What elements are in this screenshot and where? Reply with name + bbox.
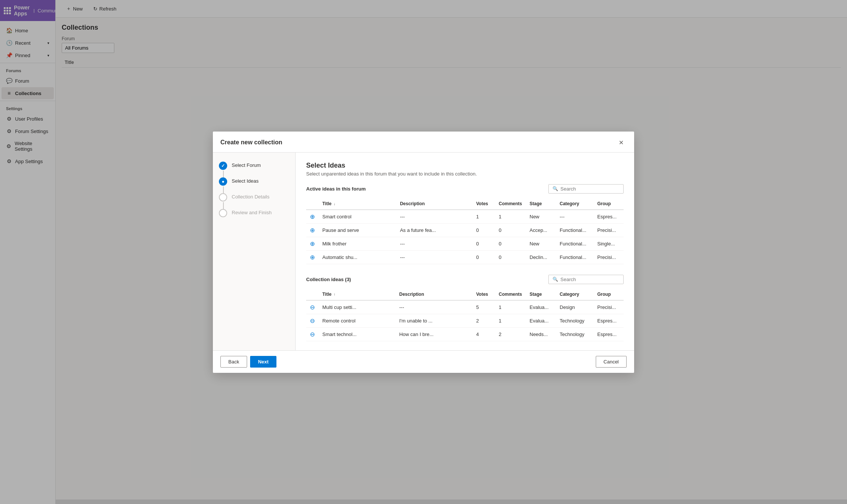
step-4-label: Review and Finish <box>232 209 272 215</box>
footer-left-buttons: Back Next <box>220 356 276 368</box>
idea-description: --- <box>395 300 472 314</box>
active-col-desc-header: Description <box>396 198 472 210</box>
collection-search-input[interactable] <box>560 277 619 282</box>
idea-votes: 0 <box>472 250 495 264</box>
add-idea-icon[interactable]: ⊕ <box>310 227 315 233</box>
idea-stage: Accep... <box>526 223 556 237</box>
search-icon: 🔍 <box>553 277 558 282</box>
idea-category: Technology <box>556 327 594 341</box>
col-col-votes-header: Votes <box>472 289 495 300</box>
collection-search-box[interactable]: 🔍 <box>548 275 624 284</box>
idea-stage: Needs... <box>526 327 556 341</box>
idea-description: How can I bre... <box>395 327 472 341</box>
step-3-label: Collection Details <box>232 193 269 200</box>
remove-idea-icon[interactable]: ⊖ <box>310 304 315 310</box>
active-idea-row: ⊕ Smart control --- 1 1 New --- Espres..… <box>306 210 624 224</box>
idea-stage: Declin... <box>526 250 556 264</box>
collection-idea-row: ⊖ Multi cup setti... --- 5 1 Evalua... D… <box>306 300 624 314</box>
modal-footer: Back Next Cancel <box>213 350 634 373</box>
active-idea-row: ⊕ Pause and serve As a future fea... 0 0… <box>306 223 624 237</box>
content-subtitle: Select unparented ideas in this forum th… <box>306 171 624 177</box>
col-col-action-header <box>306 289 319 300</box>
idea-stage: Evalua... <box>526 314 556 327</box>
active-col-action-header <box>306 198 319 210</box>
idea-category: --- <box>556 210 594 224</box>
wizard-step-collection-details: Collection Details <box>219 193 289 201</box>
idea-votes: 2 <box>472 314 495 327</box>
idea-comments: 1 <box>495 300 526 314</box>
idea-category: Design <box>556 300 594 314</box>
modal-header: Create new collection ✕ <box>213 132 634 153</box>
active-ideas-title: Active ideas in this forum <box>306 186 366 192</box>
step-1-circle: ✓ <box>219 162 227 170</box>
cancel-button[interactable]: Cancel <box>596 356 627 368</box>
modal-title: Create new collection <box>220 139 282 146</box>
active-col-category-header: Category <box>556 198 594 210</box>
active-search-input[interactable] <box>560 186 619 192</box>
active-col-comments-header: Comments <box>495 198 526 210</box>
idea-group: Precisi... <box>594 223 624 237</box>
idea-title: Smart control <box>319 210 396 224</box>
idea-stage: New <box>526 237 556 250</box>
remove-idea-icon[interactable]: ⊖ <box>310 318 315 324</box>
sort-down-icon: ↓ <box>334 202 335 206</box>
idea-comments: 0 <box>495 250 526 264</box>
idea-group: Single... <box>594 237 624 250</box>
wizard-step-select-ideas: ● Select Ideas <box>219 177 289 186</box>
collection-idea-row: ⊖ Remote control I'm unable to ... 2 1 E… <box>306 314 624 327</box>
idea-category: Functional... <box>556 237 594 250</box>
modal-body: ✓ Select Forum ● Select Ideas Collection… <box>213 153 634 350</box>
idea-group: Espres... <box>594 327 624 341</box>
idea-category: Technology <box>556 314 594 327</box>
create-collection-modal: Create new collection ✕ ✓ Select Forum ●… <box>213 132 634 373</box>
active-search-box[interactable]: 🔍 <box>548 184 624 194</box>
step-1-label: Select Forum <box>232 162 261 168</box>
active-col-votes-header: Votes <box>472 198 495 210</box>
collection-ideas-title: Collection ideas (3) <box>306 277 351 282</box>
idea-description: As a future fea... <box>396 223 472 237</box>
idea-stage: Evalua... <box>526 300 556 314</box>
active-col-stage-header: Stage <box>526 198 556 210</box>
modal-content-area: Select Ideas Select unparented ideas in … <box>296 153 634 350</box>
collection-ideas-heading: Collection ideas (3) 🔍 <box>306 275 624 284</box>
idea-description: --- <box>396 250 472 264</box>
step-2-label: Select Ideas <box>232 177 259 184</box>
next-button[interactable]: Next <box>250 356 276 368</box>
active-col-group-header: Group <box>594 198 624 210</box>
collection-ideas-table: Title ↑ Description Votes Comments Stage… <box>306 289 624 341</box>
idea-votes: 4 <box>472 327 495 341</box>
idea-title: Pause and serve <box>319 223 396 237</box>
active-idea-row: ⊕ Milk frother --- 0 0 New Functional...… <box>306 237 624 250</box>
content-title: Select Ideas <box>306 162 624 170</box>
active-col-title-header: Title ↓ <box>319 198 396 210</box>
active-idea-row: ⊕ Automatic shu... --- 0 0 Declin... Fun… <box>306 250 624 264</box>
close-button[interactable]: ✕ <box>616 138 627 148</box>
col-col-desc-header: Description <box>395 289 472 300</box>
col-col-comments-header: Comments <box>495 289 526 300</box>
add-idea-icon[interactable]: ⊕ <box>310 213 315 220</box>
col-col-stage-header: Stage <box>526 289 556 300</box>
idea-category: Functional... <box>556 250 594 264</box>
idea-group: Precisi... <box>594 250 624 264</box>
idea-stage: New <box>526 210 556 224</box>
collection-idea-row: ⊖ Smart technol... How can I bre... 4 2 … <box>306 327 624 341</box>
idea-group: Espres... <box>594 314 624 327</box>
remove-idea-icon[interactable]: ⊖ <box>310 331 315 338</box>
modal-overlay: Create new collection ✕ ✓ Select Forum ●… <box>0 0 847 504</box>
idea-title: Automatic shu... <box>319 250 396 264</box>
idea-comments: 1 <box>495 314 526 327</box>
idea-title: Remote control <box>319 314 395 327</box>
idea-title: Milk frother <box>319 237 396 250</box>
col-col-title-header: Title ↑ <box>319 289 395 300</box>
idea-title: Multi cup setti... <box>319 300 395 314</box>
idea-description: --- <box>396 210 472 224</box>
add-idea-icon[interactable]: ⊕ <box>310 241 315 247</box>
idea-comments: 0 <box>495 223 526 237</box>
idea-votes: 5 <box>472 300 495 314</box>
wizard-step-select-forum: ✓ Select Forum <box>219 162 289 170</box>
idea-comments: 2 <box>495 327 526 341</box>
add-idea-icon[interactable]: ⊕ <box>310 254 315 260</box>
sort-up-icon: ↑ <box>334 292 335 297</box>
active-ideas-heading: Active ideas in this forum 🔍 <box>306 184 624 194</box>
back-button[interactable]: Back <box>220 356 247 368</box>
